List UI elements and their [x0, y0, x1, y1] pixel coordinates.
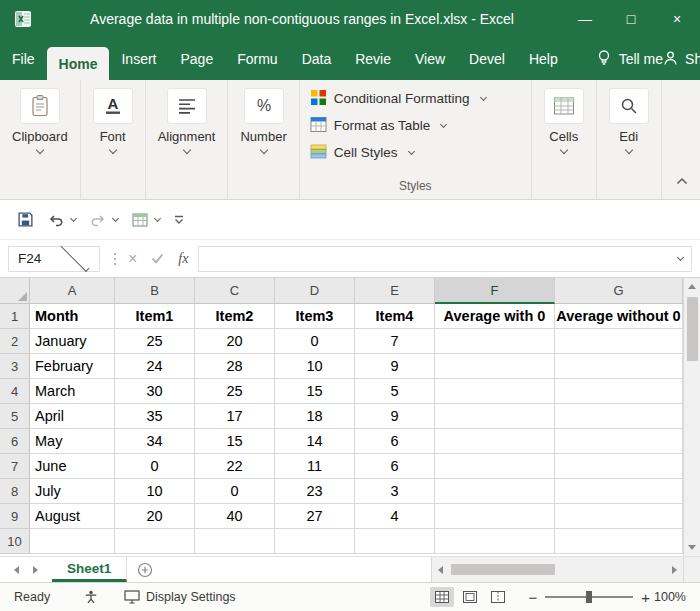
scroll-left-button[interactable]	[432, 561, 449, 578]
ribbon-tab-insert[interactable]: Insert	[109, 38, 168, 80]
cell-A5[interactable]: April	[30, 404, 115, 429]
row-header-4[interactable]: 4	[0, 379, 30, 404]
cell-C4[interactable]: 25	[195, 379, 275, 404]
row-header-10[interactable]: 10	[0, 529, 30, 554]
cell-G9[interactable]	[555, 504, 683, 529]
cell-A2[interactable]: January	[30, 329, 115, 354]
editing-group-button[interactable]: Edi	[597, 80, 662, 199]
cell-G8[interactable]	[555, 479, 683, 504]
ribbon-tab-help[interactable]: Help	[517, 38, 570, 80]
cell-C1[interactable]: Item2	[195, 304, 275, 329]
row-header-3[interactable]: 3	[0, 354, 30, 379]
cell-E9[interactable]: 4	[355, 504, 435, 529]
ribbon-tab-review[interactable]: Revie	[343, 38, 403, 80]
share-button[interactable]: Share	[663, 38, 700, 80]
ribbon-tab-file[interactable]: File	[0, 38, 47, 80]
cell-G10[interactable]	[555, 529, 683, 554]
ribbon-tab-formulas[interactable]: Formu	[225, 38, 289, 80]
customize-quick-access-button[interactable]	[169, 211, 189, 229]
column-header-d[interactable]: D	[275, 278, 355, 304]
cell-E5[interactable]: 9	[355, 404, 435, 429]
zoom-level[interactable]: 100%	[654, 590, 700, 604]
cell-D5[interactable]: 18	[275, 404, 355, 429]
cell-F5[interactable]	[435, 404, 555, 429]
cell-A6[interactable]: May	[30, 429, 115, 454]
cell-C7[interactable]: 22	[195, 454, 275, 479]
normal-view-button[interactable]	[430, 587, 454, 607]
cell-B8[interactable]: 10	[115, 479, 195, 504]
minimize-button[interactable]: —	[562, 0, 608, 38]
cell-A9[interactable]: August	[30, 504, 115, 529]
undo-button[interactable]	[43, 209, 81, 231]
cell-A7[interactable]: June	[30, 454, 115, 479]
cell-E10[interactable]	[355, 529, 435, 554]
cell-B6[interactable]: 34	[115, 429, 195, 454]
close-button[interactable]: ×	[654, 0, 700, 38]
quick-access-sheet-button[interactable]	[127, 209, 165, 231]
cell-G2[interactable]	[555, 329, 683, 354]
cell-F3[interactable]	[435, 354, 555, 379]
cell-E4[interactable]: 5	[355, 379, 435, 404]
row-header-2[interactable]: 2	[0, 329, 30, 354]
zoom-in-button[interactable]: +	[637, 589, 654, 606]
cell-B3[interactable]: 24	[115, 354, 195, 379]
clipboard-group-button[interactable]: Clipboard	[0, 80, 81, 199]
ribbon-tab-page-layout[interactable]: Page	[168, 38, 225, 80]
select-all-button[interactable]	[0, 278, 30, 304]
sheet-tab-sheet1[interactable]: Sheet1	[52, 557, 127, 582]
cell-A8[interactable]: July	[30, 479, 115, 504]
cell-A1[interactable]: Month	[30, 304, 115, 329]
tell-me-button[interactable]: Tell me	[596, 38, 663, 80]
column-header-a[interactable]: A	[30, 278, 115, 304]
row-header-9[interactable]: 9	[0, 504, 30, 529]
cells-group-button[interactable]: Cells	[532, 80, 597, 199]
insert-function-button[interactable]: fx	[178, 251, 188, 267]
cancel-entry-icon[interactable]: ×	[128, 250, 137, 268]
cell-C10[interactable]	[195, 529, 275, 554]
row-header-5[interactable]: 5	[0, 404, 30, 429]
row-header-7[interactable]: 7	[0, 454, 30, 479]
row-header-8[interactable]: 8	[0, 479, 30, 504]
vertical-scrollbar[interactable]	[683, 278, 700, 556]
scroll-up-button[interactable]	[684, 278, 700, 295]
ribbon-tab-developer[interactable]: Devel	[457, 38, 517, 80]
cell-B7[interactable]: 0	[115, 454, 195, 479]
cell-G4[interactable]	[555, 379, 683, 404]
formula-input[interactable]	[198, 246, 692, 272]
cell-G7[interactable]	[555, 454, 683, 479]
cell-C5[interactable]: 17	[195, 404, 275, 429]
cell-E3[interactable]: 9	[355, 354, 435, 379]
cell-B5[interactable]: 35	[115, 404, 195, 429]
cell-D10[interactable]	[275, 529, 355, 554]
previous-sheet-button[interactable]	[14, 566, 19, 574]
cell-F2[interactable]	[435, 329, 555, 354]
ribbon-tab-view[interactable]: View	[403, 38, 457, 80]
horizontal-scroll-thumb[interactable]	[451, 564, 555, 575]
cell-G6[interactable]	[555, 429, 683, 454]
cell-B1[interactable]: Item1	[115, 304, 195, 329]
cell-B4[interactable]: 30	[115, 379, 195, 404]
ribbon-tab-home[interactable]: Home	[47, 47, 110, 80]
cell-C9[interactable]: 40	[195, 504, 275, 529]
cell-D4[interactable]: 15	[275, 379, 355, 404]
cell-C2[interactable]: 20	[195, 329, 275, 354]
cell-F8[interactable]	[435, 479, 555, 504]
column-header-g[interactable]: G	[555, 278, 683, 304]
cell-B9[interactable]: 20	[115, 504, 195, 529]
confirm-entry-icon[interactable]	[151, 250, 164, 268]
conditional-formatting-button[interactable]: Conditional Formatting	[310, 85, 521, 112]
scroll-right-button[interactable]	[666, 561, 683, 578]
format-as-table-button[interactable]: Format as Table	[310, 112, 521, 139]
cell-styles-button[interactable]: Cell Styles	[310, 139, 521, 166]
zoom-slider-thumb[interactable]	[586, 591, 592, 603]
cell-F9[interactable]	[435, 504, 555, 529]
expand-formula-bar-icon[interactable]	[677, 254, 684, 261]
cell-D2[interactable]: 0	[275, 329, 355, 354]
cell-A3[interactable]: February	[30, 354, 115, 379]
cell-F10[interactable]	[435, 529, 555, 554]
cell-B2[interactable]: 25	[115, 329, 195, 354]
cell-D7[interactable]: 11	[275, 454, 355, 479]
ribbon-tab-data[interactable]: Data	[290, 38, 344, 80]
cell-D8[interactable]: 23	[275, 479, 355, 504]
cell-C8[interactable]: 0	[195, 479, 275, 504]
